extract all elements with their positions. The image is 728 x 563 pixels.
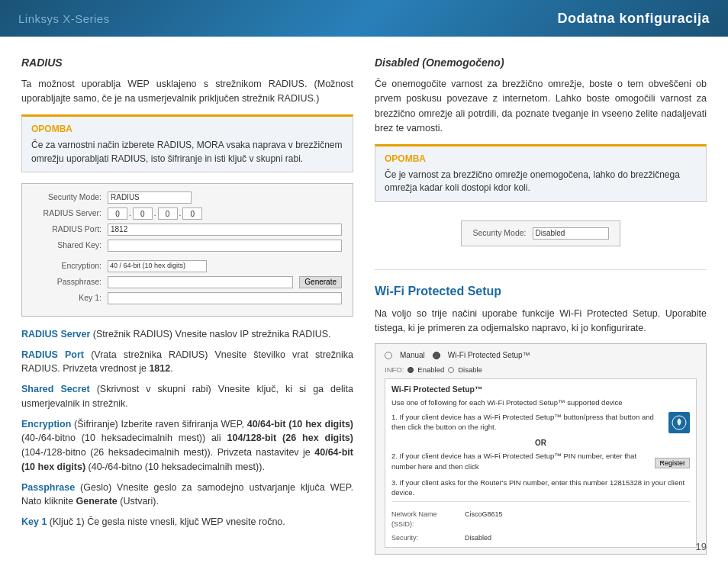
wifi-or: OR xyxy=(391,438,690,449)
wifi-section-title: Wi-Fi Protected Setup xyxy=(375,282,707,301)
disable-label: Disable xyxy=(458,365,482,375)
generate-button[interactable]: Generate xyxy=(299,276,342,288)
wifi-protected-radio[interactable] xyxy=(433,352,440,359)
ui-radius-server-row: RADIUS Server: 0 . 0 . 0 . 0 xyxy=(33,208,342,220)
ui-shared-key-row: Shared Key: xyxy=(33,240,342,252)
header: Linksys X-Series Dodatna konfiguracija xyxy=(0,0,728,37)
wifi-panel-desc: Use one of following for each Wi-Fi Prot… xyxy=(391,397,690,407)
wifi-security-label: Security: xyxy=(391,533,460,543)
left-section-title: RADIUS xyxy=(21,55,353,71)
wifi-protected-label: Wi-Fi Protected Setup™ xyxy=(448,350,530,361)
wifi-radio-row: Manual Wi-Fi Protected Setup™ xyxy=(385,350,697,361)
ui-passphrase-input[interactable] xyxy=(108,276,293,288)
wifi-step1: 1. If your client device has a Wi-Fi Pro… xyxy=(391,412,664,433)
disabled-ui-mockup: Security Mode: Disabled xyxy=(461,220,620,246)
ui-key1-label: Key 1: xyxy=(33,292,101,304)
info-label: INFO: xyxy=(385,365,404,375)
right-column: Disabled (Onemogočeno) Če onemogočite va… xyxy=(375,55,707,551)
term-radius-port: RADIUS Port (Vrata strežnika RADIUS) Vne… xyxy=(21,348,353,377)
manual-label: Manual xyxy=(400,350,425,361)
wifi-step1-row: 1. If your client device has a Wi-Fi Pro… xyxy=(391,412,690,436)
left-ui-mockup: Security Mode: RADIUS RADIUS Server: 0 .… xyxy=(21,183,353,317)
enabled-radio[interactable] xyxy=(407,367,414,373)
ui-key1-row: Key 1: xyxy=(33,292,342,304)
ui-radius-port-input[interactable]: 1812 xyxy=(108,224,342,236)
left-note-title: OPOMBA xyxy=(31,123,343,136)
wifi-security-row: Security: Disabled xyxy=(391,533,690,543)
wifi-ui-mockup: Manual Wi-Fi Protected Setup™ INFO: Enab… xyxy=(375,343,707,555)
ui-passphrase-label: Passphrase: xyxy=(33,276,101,288)
ui-radius-server-input: 0 . 0 . 0 . 0 xyxy=(108,208,202,220)
ui-shared-key-label: Shared Key: xyxy=(33,240,101,252)
wifi-panel: Wi-Fi Protected Setup™ Use one of follow… xyxy=(385,378,697,549)
ui-security-mode-row: Security Mode: RADIUS xyxy=(33,191,342,204)
page-number: 19 xyxy=(696,541,707,552)
wifi-bottom-info: Network Name (SSID): CiscoG8615 Security… xyxy=(391,501,690,542)
manual-radio[interactable] xyxy=(385,352,392,359)
right-note-text: Če je varnost za brezžično omrežje onemo… xyxy=(385,169,697,195)
term-key1: Key 1 (Ključ 1) Če gesla niste vnesli, k… xyxy=(21,515,353,529)
ui-key1-input[interactable] xyxy=(108,292,342,304)
ui-radius-port-label: RADIUS Port: xyxy=(33,224,101,236)
term-radius-server: RADIUS Server (Strežnik RADIUS) Vnesite … xyxy=(21,327,353,342)
right-intro-text: Če onemogočite varnost za brezžično omre… xyxy=(375,77,707,137)
term-passphrase: Passphrase (Geslo) Vnesite geslo za samo… xyxy=(21,481,353,510)
wifi-panel-title: Wi-Fi Protected Setup™ xyxy=(391,384,690,395)
wifi-step2: 2. If your client device has a Wi-Fi Pro… xyxy=(391,451,652,471)
header-left-label: Linksys X-Series xyxy=(18,12,110,25)
right-section-title: Disabled (Onemogočeno) xyxy=(375,55,707,71)
network-name-value: CiscoG8615 xyxy=(465,510,503,529)
term-shared-secret: Shared Secret (Skrivnost v skupni rabi) … xyxy=(21,382,353,411)
header-right-label: Dodatna konfiguracija xyxy=(557,11,710,27)
left-intro-text: Ta možnost uporablja WEP usklajeno s str… xyxy=(21,77,353,107)
left-note-box: OPOMBA Če za varnostni način izberete RA… xyxy=(21,114,353,172)
wifi-security-value: Disabled xyxy=(465,533,491,543)
disable-radio[interactable] xyxy=(448,367,454,373)
left-column: RADIUS Ta možnost uporablja WEP usklajen… xyxy=(21,55,353,551)
disabled-security-label: Security Mode: xyxy=(472,227,526,240)
info-row: INFO: Enabled Disable xyxy=(385,365,697,375)
register-button[interactable]: Register xyxy=(655,458,690,468)
main-content: RADIUS Ta možnost uporablja WEP usklajen… xyxy=(0,37,728,563)
wifi-logo xyxy=(668,412,690,433)
term-encryption: Encryption (Šifriranje) Izberite raven š… xyxy=(21,417,353,475)
network-name-row: Network Name (SSID): CiscoG8615 xyxy=(391,510,690,529)
shared-term: Shared Secret xyxy=(21,384,90,394)
wifi-intro-text: Na voljo so trije načini uporabe funkcij… xyxy=(375,307,707,336)
ui-encryption-select[interactable]: 40 / 64-bit (10 hex digits) xyxy=(108,260,207,272)
ui-passphrase-row: Passphrase: Generate xyxy=(33,276,342,288)
divider xyxy=(375,269,707,270)
ui-security-mode-value[interactable]: RADIUS xyxy=(108,191,192,204)
ui-encryption-row: Encryption: 40 / 64-bit (10 hex digits) xyxy=(33,260,342,272)
wifi-step2-row: 2. If your client device has a Wi-Fi Pro… xyxy=(391,451,690,475)
right-note-box: OPOMBA Če je varnost za brezžično omrežj… xyxy=(375,144,707,202)
ui-radius-server-label: RADIUS Server: xyxy=(33,208,101,220)
enabled-label: Enabled xyxy=(417,365,444,375)
ui-encryption-label: Encryption: xyxy=(33,260,101,272)
disabled-mockup-wrapper: Security Mode: Disabled xyxy=(375,213,707,257)
ui-shared-key-input[interactable] xyxy=(108,240,342,252)
left-note-text: Če za varnostni način izberete RADIUS, M… xyxy=(31,139,343,166)
wifi-step3: 3. If your client asks for the Router's … xyxy=(391,478,690,498)
network-name-label: Network Name (SSID): xyxy=(391,510,460,529)
ui-radius-port-row: RADIUS Port: 1812 xyxy=(33,224,342,236)
ui-security-mode-label: Security Mode: xyxy=(33,191,101,204)
disabled-security-value[interactable]: Disabled xyxy=(533,227,609,240)
right-note-title: OPOMBA xyxy=(385,153,697,166)
